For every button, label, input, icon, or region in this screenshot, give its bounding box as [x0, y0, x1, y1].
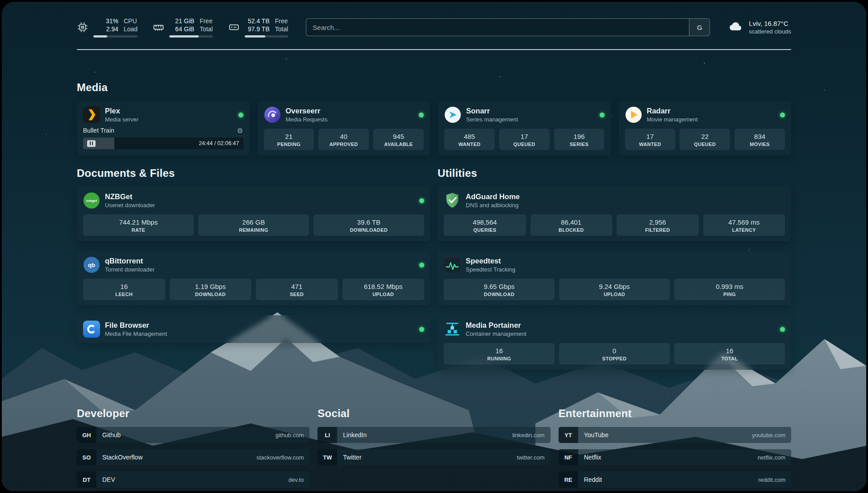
twitter-abbr-icon: TW: [317, 449, 337, 465]
portainer-status-dot: [780, 327, 785, 332]
cpu-label: CPU: [124, 17, 137, 25]
bookmark-stackoverflow[interactable]: SO StackOverflow stackoverflow.com: [77, 449, 309, 465]
service-card-radarr[interactable]: Radarr Movie management 17WANTED 22QUEUE…: [619, 101, 792, 155]
stat-value: 21: [266, 132, 313, 141]
bookmark-twitter[interactable]: TW Twitter twitter.com: [317, 449, 550, 465]
stat-box: 86,401BLOCKED: [530, 214, 613, 236]
stat-box: 17WANTED: [625, 129, 676, 150]
bookmarks-section: Developer GH Github github.com SO StackO…: [77, 407, 791, 491]
stat-label: DOWNLOAD: [171, 292, 250, 297]
service-name: Plex: [105, 106, 138, 116]
svg-text:nzbget: nzbget: [86, 199, 97, 203]
svg-text:qb: qb: [88, 262, 95, 268]
radarr-status-dot: [780, 113, 785, 117]
reddit-abbr-icon: RE: [559, 472, 578, 488]
stat-value: 40: [320, 132, 367, 141]
service-card-overseerr[interactable]: Overseerr Media Requests 21PENDING 40APP…: [258, 101, 430, 155]
stat-box: 39.6 TBDOWNLOADED: [313, 214, 424, 236]
service-subtitle: Usenet downloader: [105, 201, 155, 209]
pause-icon[interactable]: [87, 140, 96, 147]
bookmark-youtube[interactable]: YT YouTube youtube.com: [559, 427, 791, 443]
stat-label: QUERIES: [446, 227, 524, 233]
documents-column: Documents & Files nzbget NZBGet Usenet d: [77, 167, 430, 353]
stackoverflow-abbr-icon: SO: [77, 449, 96, 465]
bookmark-domain: youtube.com: [752, 432, 785, 439]
bookmark-linkedin[interactable]: LI LinkedIn linkedin.com: [317, 427, 550, 443]
service-subtitle: Series management: [466, 116, 518, 123]
section-title-media: Media: [77, 81, 791, 94]
now-playing-title: Bullet Train: [83, 127, 114, 134]
nzbget-status-dot: [419, 198, 424, 203]
stat-label: FILTERED: [618, 227, 697, 233]
service-subtitle: DNS and adblocking: [466, 201, 520, 209]
youtube-abbr-icon: YT: [559, 427, 578, 443]
search-engine-button[interactable]: G: [689, 19, 709, 36]
service-subtitle: Media server: [105, 116, 138, 123]
memory-progress-fill: [169, 35, 198, 38]
netflix-abbr-icon: NF: [559, 449, 578, 465]
stat-value: 16: [85, 282, 163, 291]
memory-free-label: Free: [200, 17, 213, 25]
utilities-column: Utilities AdGuard Home: [438, 167, 791, 380]
media-grid: Plex Media server Bullet Train ⚙ 24:44 /…: [77, 101, 791, 155]
search-box: G: [306, 18, 710, 36]
stat-label: PING: [676, 292, 783, 297]
service-card-speedtest[interactable]: Speedtest Speedtest Tracking 9.65 GbpsDO…: [438, 251, 791, 305]
service-card-adguard[interactable]: AdGuard Home DNS and adblocking 498,564Q…: [438, 187, 791, 241]
bookmark-github[interactable]: GH Github github.com: [77, 427, 309, 443]
stat-box: 945AVAILABLE: [373, 129, 424, 150]
now-playing-time: 24:44 / 02:06:47: [199, 140, 239, 146]
service-card-nzbget[interactable]: nzbget NZBGet Usenet downloader 744.21 M…: [77, 187, 430, 241]
bookmark-netflix[interactable]: NF Netflix netflix.com: [559, 449, 791, 465]
cpu-percent: 31%: [93, 17, 118, 25]
cpu-icon: [77, 21, 88, 33]
stat-box: 40APPROVED: [318, 129, 369, 150]
bookmark-dev[interactable]: DT DEV dev.to: [77, 472, 309, 488]
service-card-plex[interactable]: Plex Media server Bullet Train ⚙ 24:44 /…: [77, 101, 250, 155]
stat-box: 744.21 MbpsRATE: [83, 214, 194, 236]
stat-box: 16RUNNING: [444, 343, 555, 364]
stat-value: 17: [501, 132, 548, 141]
service-card-qbittorrent[interactable]: qb qBittorrent Torrent downloader 16LEEC…: [77, 251, 430, 305]
service-card-sonarr[interactable]: Sonarr Series management 485WANTED 17QUE…: [438, 101, 611, 155]
service-subtitle: Torrent downloader: [105, 266, 154, 273]
weather-widget: Lviv, 16.87°C scattered clouds: [728, 18, 791, 36]
bookmark-reddit[interactable]: RE Reddit reddit.com: [559, 472, 791, 488]
gear-icon[interactable]: ⚙: [237, 127, 243, 134]
bookmarks-title-developer: Developer: [77, 407, 309, 420]
stat-label: UPLOAD: [344, 292, 423, 297]
service-card-filebrowser[interactable]: File Browser Media File Management: [77, 315, 430, 343]
speedtest-icon: [444, 256, 461, 273]
bookmark-domain: github.com: [275, 432, 304, 439]
stat-label: STOPPED: [561, 356, 668, 361]
service-name: Radarr: [647, 106, 698, 116]
service-name: Media Portainer: [466, 321, 526, 330]
disk-progress-fill: [245, 35, 265, 38]
service-name: AdGuard Home: [466, 192, 520, 201]
filebrowser-status-dot: [419, 327, 424, 332]
bookmark-name: YouTube: [584, 431, 609, 439]
bookmarks-social: Social LI LinkedIn linkedin.com TW Twitt…: [317, 407, 550, 491]
stat-label: LATENCY: [705, 227, 784, 233]
stat-label: PENDING: [266, 142, 313, 147]
stat-label: SERIES: [556, 142, 603, 147]
stat-box: 618.52 MbpsUPLOAD: [342, 279, 425, 300]
stat-value: 17: [627, 132, 674, 141]
bookmark-domain: netflix.com: [758, 454, 785, 461]
cpu-progress-fill: [93, 35, 107, 38]
stat-label: TOTAL: [676, 356, 783, 361]
bookmark-domain: dev.to: [288, 476, 304, 483]
dev-abbr-icon: DT: [77, 472, 96, 488]
stat-box: 16TOTAL: [674, 343, 785, 364]
stat-box: 21PENDING: [264, 129, 314, 150]
radarr-icon: [625, 106, 642, 123]
stat-label: WANTED: [627, 142, 674, 147]
stat-label: UPLOAD: [561, 292, 668, 297]
plex-progress-bar[interactable]: 24:44 / 02:06:47: [83, 138, 243, 149]
service-subtitle: Media Requests: [286, 116, 328, 123]
sonarr-status-dot: [600, 113, 605, 117]
stat-value: 9.65 Gbps: [446, 282, 553, 291]
stat-label: MOVIES: [736, 142, 783, 147]
search-input[interactable]: [306, 19, 689, 36]
service-card-portainer[interactable]: Media Portainer Container management 16R…: [438, 315, 791, 370]
